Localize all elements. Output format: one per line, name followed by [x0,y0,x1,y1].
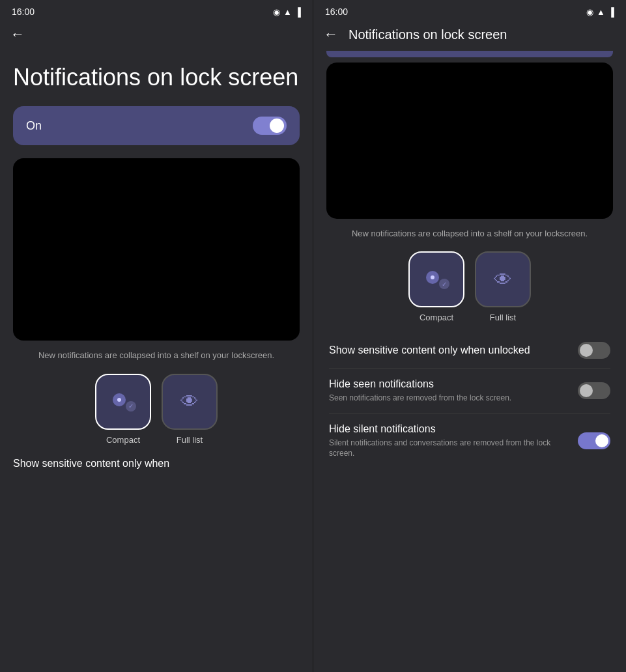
toggle-label: On [26,119,42,133]
top-bar-right: ← Notifications on lock screen [313,21,626,51]
time-left: 16:00 [12,7,35,17]
fulllist-label-right: Full list [490,313,516,322]
left-screen: 16:00 ◉ ▲ ▐ ← Notifications on lock scre… [0,0,313,672]
left-content: Notifications on lock screen On New noti… [0,51,313,672]
toggle-seen[interactable] [578,382,610,399]
status-bar-left: 16:00 ◉ ▲ ▐ [0,0,313,21]
toggle-knob-seen [580,384,593,397]
settings-section: Show sensitive content only when unlocke… [326,333,613,468]
option-compact-left[interactable]: ✓ Compact [95,374,151,445]
status-icons-right: ◉ ▲ ▐ [586,7,614,17]
description-left: New notifications are collapsed into a s… [13,350,300,361]
eye-icon-right: 👁 [494,269,512,290]
compact-icon-box-left[interactable]: ✓ [95,374,151,430]
preview-box-left [13,158,300,341]
right-screen: 16:00 ◉ ▲ ▐ ← Notifications on lock scre… [313,0,626,672]
setting-subtitle-seen: Seen notifications are removed from the … [329,393,567,404]
checkmark-left: ✓ [128,402,134,410]
setting-row-seen[interactable]: Hide seen notifications Seen notificatio… [329,369,610,413]
fulllist-icon-box-right[interactable]: 👁 [475,251,531,307]
top-bar-left: ← [0,21,313,51]
fulllist-label-left: Full list [177,435,203,445]
back-button-left[interactable]: ← [10,26,25,43]
eye-icon-left: 👁 [180,391,199,412]
toggle-sensitive[interactable] [578,342,610,359]
setting-row-silent[interactable]: Hide silent notifications Silent notific… [329,413,610,468]
compact-label-left: Compact [106,435,140,445]
option-fulllist-right[interactable]: 👁 Full list [475,251,531,322]
option-icons-row-right: ✓ Compact 👁 Full list [326,251,613,322]
toggle-knob-sensitive [580,344,593,357]
dot-main-left [113,393,126,406]
compact-dots-left: ✓ [110,392,136,412]
fulllist-icon-box-left[interactable]: 👁 [162,374,218,430]
setting-text-silent: Hide silent notifications Silent notific… [329,423,578,459]
compact-label-right: Compact [420,313,453,322]
checkmark-right: ✓ [442,281,447,288]
setting-title-seen: Hide seen notifications [329,378,567,391]
right-content: New notifications are collapsed into a s… [313,63,626,672]
wifi-icon-right: ▲ [597,7,605,17]
dot-small-right: ✓ [439,279,449,289]
status-bar-right: 16:00 ◉ ▲ ▐ [313,0,626,21]
setting-text-seen: Hide seen notifications Seen notificatio… [329,378,578,404]
toggle-knob [270,119,284,133]
option-compact-right[interactable]: ✓ Compact [408,251,464,322]
do-not-disturb-icon: ◉ [273,7,280,17]
wifi-icon: ▲ [283,7,292,17]
option-fulllist-left[interactable]: 👁 Full list [162,374,218,445]
toggle-silent[interactable] [578,432,610,449]
page-title-left: Notifications on lock screen [13,64,300,91]
status-icons-left: ◉ ▲ ▐ [273,7,301,17]
header-title-right: Notifications on lock screen [349,27,507,42]
dot-small-left: ✓ [126,401,136,412]
battery-icon: ▐ [295,7,301,17]
setting-row-sensitive[interactable]: Show sensitive content only when unlocke… [329,333,610,369]
setting-title-sensitive: Show sensitive content only when unlocke… [329,344,567,357]
preview-box-right [326,63,613,219]
dot-main-right [426,271,439,284]
do-not-disturb-icon-right: ◉ [586,7,593,17]
battery-icon-right: ▐ [608,7,614,17]
description-right: New notifications are collapsed into a s… [326,228,613,240]
setting-subtitle-silent: Silent notifications and conversations a… [329,438,567,460]
main-toggle-row[interactable]: On [13,106,300,145]
setting-title-silent: Hide silent notifications [329,423,567,436]
toggle-knob-silent [595,434,608,447]
setting-text-sensitive: Show sensitive content only when unlocke… [329,344,578,357]
compact-icon-box-right[interactable]: ✓ [408,251,464,307]
back-button-right[interactable]: ← [324,26,338,43]
time-right: 16:00 [325,7,348,17]
partial-toggle-strip [326,51,613,57]
compact-dots-right: ✓ [423,270,449,289]
main-toggle-switch[interactable] [253,117,287,135]
partial-setting-left: Show sensitive content only when [13,458,300,475]
option-icons-row-left: ✓ Compact 👁 Full list [13,374,300,445]
